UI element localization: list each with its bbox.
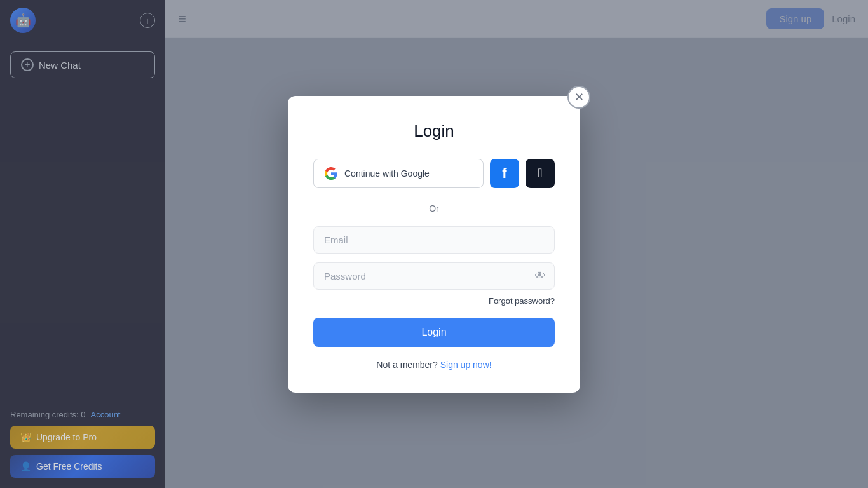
modal-backdrop: ✕ Login Continue with Google f 	[0, 0, 868, 488]
login-submit-button[interactable]: Login	[313, 318, 555, 347]
signup-now-link[interactable]: Sign up now!	[440, 360, 492, 370]
facebook-signin-button[interactable]: f	[490, 159, 519, 188]
not-member-text: Not a member?	[376, 360, 437, 370]
email-input[interactable]	[313, 226, 555, 254]
google-signin-label: Continue with Google	[344, 168, 430, 179]
login-modal: ✕ Login Continue with Google f 	[288, 96, 580, 393]
or-divider: Or	[313, 203, 555, 214]
google-signin-button[interactable]: Continue with Google	[313, 159, 484, 188]
forgot-password-link[interactable]: Forgot password?	[489, 296, 555, 306]
apple-icon: 	[538, 166, 542, 180]
apple-signin-button[interactable]: 	[526, 159, 555, 188]
toggle-password-icon[interactable]: 👁	[534, 269, 546, 283]
password-wrapper: 👁	[313, 262, 555, 290]
google-logo-icon	[324, 166, 338, 180]
or-text: Or	[429, 203, 439, 214]
social-buttons: Continue with Google f 	[313, 159, 555, 188]
forgot-password-row: Forgot password?	[313, 295, 555, 306]
modal-close-button[interactable]: ✕	[567, 86, 590, 109]
divider-line-right	[447, 208, 555, 208]
close-icon: ✕	[574, 90, 584, 104]
modal-title: Login	[313, 121, 555, 141]
signup-prompt: Not a member? Sign up now!	[313, 360, 555, 370]
facebook-icon: f	[502, 165, 506, 182]
password-input[interactable]	[313, 262, 555, 290]
divider-line-left	[313, 208, 421, 208]
